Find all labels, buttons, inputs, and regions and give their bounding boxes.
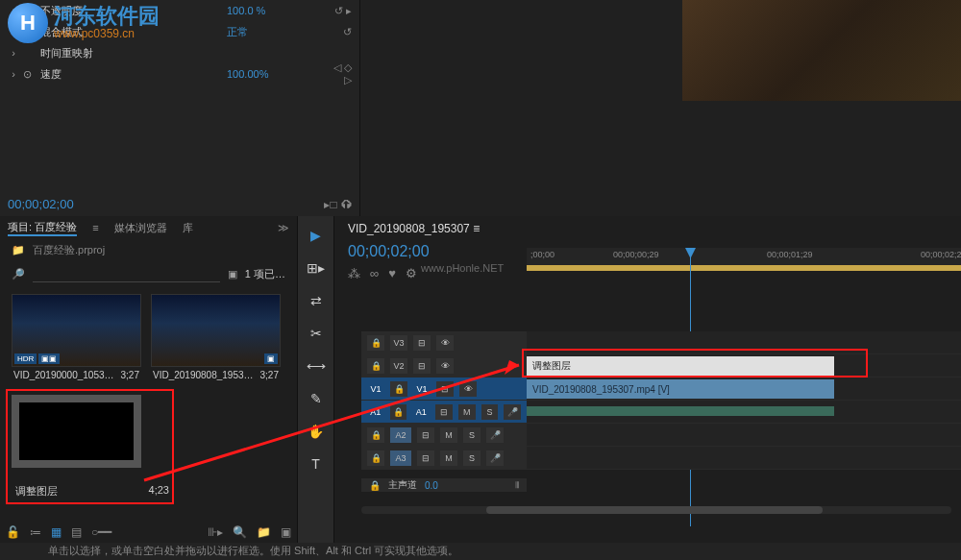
reset-icon[interactable]: ↺ ▸ (323, 5, 352, 17)
lock-icon[interactable]: 🔒 (367, 427, 384, 443)
adjustment-duration: 4;23 (149, 484, 169, 499)
lock-icon[interactable]: 🔒 (390, 381, 407, 397)
overflow-icon[interactable]: ≫ (278, 222, 289, 234)
film-icon[interactable]: ⊟ (413, 335, 431, 351)
hand-tool[interactable]: ✋ (305, 420, 328, 443)
effect-value[interactable]: 100.0 % (227, 5, 323, 16)
icon-view-icon[interactable]: ▦ (51, 525, 62, 539)
type-tool[interactable]: T (305, 452, 328, 475)
stopwatch-icon[interactable]: ⊙ (23, 68, 37, 81)
effects-timecode[interactable]: 00;00;02;00 (8, 197, 74, 211)
chevron-icon[interactable]: › (8, 68, 19, 80)
search-icon[interactable]: 🔎 (12, 268, 25, 280)
effect-value[interactable]: 100.00% (227, 68, 323, 80)
new-bin-icon[interactable]: 📁 (257, 525, 271, 539)
settings-icon[interactable]: ⚙ (406, 266, 417, 280)
status-bar-hint: 单击以选择，或单击空白处并拖动以进行框选。使用 Shift、Alt 和 Ctrl… (48, 544, 458, 558)
tool-panel: ▶ ⊞▸ ⇄ ✂ ⟷ ✎ ✋ T (298, 216, 334, 543)
track-header-v3[interactable]: 🔒 V3 ⊟ 👁 (361, 331, 527, 353)
track-select-tool[interactable]: ⊞▸ (305, 256, 328, 280)
track-header-a3[interactable]: 🔒 A3 ⊟ M S 🎤 (361, 447, 527, 469)
bin-item[interactable]: ▣ VID_20190808_1953…3;27 (151, 294, 281, 383)
lock-icon[interactable]: 🔒 (367, 358, 384, 374)
slip-tool[interactable]: ⟷ (305, 354, 328, 377)
tab-media-browser[interactable]: 媒体浏览器 (114, 221, 167, 235)
eye-icon[interactable]: 👁 (436, 335, 454, 351)
snap-icon[interactable]: ⁂ (348, 266, 360, 280)
work-area-bar[interactable] (527, 265, 961, 271)
keyframe-nav[interactable]: ◁ ◇ ▷ (323, 61, 352, 86)
pen-tool[interactable]: ✎ (305, 387, 328, 410)
find-icon[interactable]: 🔍 (233, 525, 247, 539)
camera-icon[interactable]: ▣ (228, 268, 237, 280)
timeline-scrollbar[interactable] (361, 506, 951, 514)
lock-icon[interactable]: 🔒 (369, 480, 381, 491)
marker-icon[interactable]: ♥ (388, 266, 396, 280)
film-icon[interactable]: ⊟ (436, 381, 454, 397)
new-item-icon[interactable]: ▣ (281, 525, 291, 539)
lock-icon[interactable]: 🔓 (6, 525, 20, 539)
project-filename: 百度经验.prproj (33, 243, 105, 257)
tab-menu-icon[interactable]: ≡ (92, 222, 98, 233)
folder-icon: 📁 (12, 244, 25, 256)
lock-icon[interactable]: 🔒 (390, 404, 407, 420)
clip-audio[interactable] (527, 406, 834, 416)
link-icon[interactable]: ∞ (370, 266, 379, 280)
track-header-a1[interactable]: A1 🔒 A1 ⊟ M S 🎤 (361, 401, 527, 423)
track-lane-v1[interactable]: VID_20190808_195307.mp4 [V] (527, 377, 961, 400)
clip-video[interactable]: VID_20190808_195307.mp4 [V] (527, 379, 834, 399)
mic-icon[interactable]: 🎤 (486, 427, 504, 443)
film-icon[interactable]: ⊟ (417, 427, 434, 443)
sequence-tab[interactable]: VID_20190808_195307 (348, 222, 470, 235)
track-lane-a1[interactable] (527, 401, 961, 423)
track-header-v2[interactable]: 🔒 V2 ⊟ 👁 (361, 354, 527, 377)
film-icon[interactable]: ⊟ (435, 404, 453, 420)
ripple-edit-tool[interactable]: ⇄ (305, 289, 328, 312)
tab-library[interactable]: 库 (183, 221, 193, 235)
adjustment-name: 调整图层 (15, 484, 58, 499)
eye-icon[interactable]: 👁 (459, 381, 477, 397)
effect-value[interactable]: 正常 (227, 25, 323, 39)
lock-icon[interactable]: 🔒 (367, 450, 384, 466)
track-lane-a3[interactable] (527, 447, 961, 469)
film-icon[interactable]: ⊟ (413, 358, 431, 374)
highlight-annotation (522, 349, 868, 377)
effects-controls-panel: › ⊙ 不透明度 100.0 % ↺ ▸ 混合模式 正常 ↺ › 时间重映射 ›… (0, 0, 360, 216)
razor-tool[interactable]: ✂ (305, 322, 328, 345)
watermark-text: www.pHonle.NET (421, 262, 504, 274)
search-input[interactable] (33, 265, 220, 282)
automate-icon[interactable]: ⊪▸ (208, 525, 223, 539)
chevron-icon[interactable]: › (8, 47, 19, 59)
master-track-header[interactable]: 🔒 主声道 0.0 ⫴ (361, 478, 527, 492)
bin-item-adjustment[interactable] (12, 395, 141, 468)
bin-item[interactable]: HDR▣▣ VID_20190000_1053…3;27 (12, 294, 141, 383)
watermark-logo: H 河东软件园 www.pc0359.cn (0, 0, 192, 48)
freeform-view-icon[interactable]: ▤ (71, 525, 82, 539)
logo-url: www.pc0359.cn (54, 27, 135, 40)
effects-footer-icons[interactable]: ▸□ ⮉ (324, 198, 352, 211)
lock-icon[interactable]: 🔒 (367, 335, 384, 351)
program-video[interactable] (682, 0, 961, 101)
program-monitor-panel: 00;00;02;00 适合 ♥ { } |◀ ◀| (360, 0, 961, 216)
mic-icon[interactable]: 🎤 (504, 404, 521, 420)
track-lane-a2[interactable] (527, 424, 961, 446)
time-ruler[interactable]: ;00;00 00;00;00;29 00;00;01;29 00;00;02;… (527, 248, 961, 265)
logo-icon: H (8, 3, 48, 43)
selection-tool[interactable]: ▶ (305, 224, 328, 247)
tab-project[interactable]: 项目: 百度经验 (8, 220, 77, 236)
timeline-timecode[interactable]: 00;00;02;00 (348, 243, 430, 260)
eye-icon[interactable]: 👁 (436, 358, 454, 374)
project-panel: 项目: 百度经验 ≡ 媒体浏览器 库 ≫ 📁 百度经验.prproj 🔎 ▣ 1… (0, 216, 298, 543)
list-view-icon[interactable]: ≔ (30, 525, 41, 539)
track-header-a2[interactable]: 🔒 A2 ⊟ M S 🎤 (361, 424, 527, 446)
mic-icon[interactable]: 🎤 (486, 450, 504, 466)
film-icon[interactable]: ⊟ (417, 450, 434, 466)
zoom-slider[interactable]: ○━━ (91, 525, 111, 539)
item-count: 1 项已… (245, 267, 285, 281)
highlight-annotation: 调整图层 4;23 (6, 389, 174, 504)
scrollbar-thumb[interactable] (486, 506, 823, 514)
reset-icon[interactable]: ↺ (323, 26, 352, 38)
tab-menu-icon[interactable]: ≡ (473, 222, 480, 235)
timeline-panel: VID_20190808_195307 ≡ 00;00;02;00 ⁂ ∞ ♥ … (334, 216, 961, 543)
track-header-v1[interactable]: V1 🔒 V1 ⊟ 👁 (361, 377, 527, 400)
